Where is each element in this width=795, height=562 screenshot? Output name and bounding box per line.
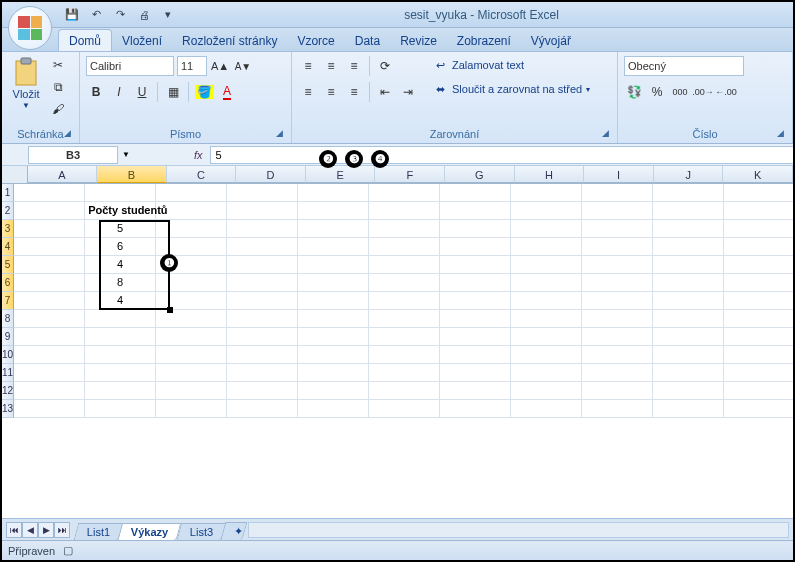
- cell[interactable]: [724, 202, 793, 220]
- macro-record-icon[interactable]: ▢: [63, 544, 73, 557]
- cell[interactable]: [440, 328, 511, 346]
- colhead-j[interactable]: J: [654, 166, 724, 183]
- cell[interactable]: [511, 346, 582, 364]
- cell[interactable]: [582, 364, 653, 382]
- cell[interactable]: [511, 238, 582, 256]
- cell[interactable]: [369, 400, 440, 418]
- cell[interactable]: [653, 292, 724, 310]
- cell[interactable]: [582, 292, 653, 310]
- cell[interactable]: [298, 328, 369, 346]
- sheet-nav-next-icon[interactable]: ▶: [38, 522, 54, 538]
- cell[interactable]: [511, 202, 582, 220]
- worksheet-grid[interactable]: A B C D E F G H I J K 1 2 3 4 5 6 7 8 9 …: [2, 166, 793, 518]
- colhead-i[interactable]: I: [584, 166, 654, 183]
- cell[interactable]: 5: [85, 220, 156, 238]
- cell[interactable]: [298, 220, 369, 238]
- cell[interactable]: [582, 274, 653, 292]
- cell[interactable]: [14, 328, 85, 346]
- font-color-icon[interactable]: A: [217, 82, 237, 102]
- name-box[interactable]: B3: [28, 146, 118, 164]
- rowhead-13[interactable]: 13: [2, 400, 14, 418]
- cell[interactable]: [724, 364, 793, 382]
- cell[interactable]: 4: [85, 292, 156, 310]
- cell[interactable]: [511, 364, 582, 382]
- cell[interactable]: [156, 400, 227, 418]
- cell[interactable]: [298, 310, 369, 328]
- cell[interactable]: [653, 238, 724, 256]
- tab-home[interactable]: Domů: [58, 29, 112, 51]
- cell[interactable]: [156, 274, 227, 292]
- tab-data[interactable]: Data: [345, 30, 390, 51]
- cell[interactable]: [227, 328, 298, 346]
- cell[interactable]: [298, 364, 369, 382]
- cell[interactable]: [511, 184, 582, 202]
- rowhead-12[interactable]: 12: [2, 382, 14, 400]
- cell[interactable]: [14, 184, 85, 202]
- qat-more-icon[interactable]: ▾: [160, 7, 176, 23]
- colhead-f[interactable]: F: [375, 166, 445, 183]
- cell[interactable]: [85, 184, 156, 202]
- cell[interactable]: [653, 256, 724, 274]
- thousands-icon[interactable]: 000: [670, 82, 690, 102]
- cell[interactable]: [440, 382, 511, 400]
- horizontal-scrollbar[interactable]: [248, 522, 789, 538]
- cell[interactable]: [298, 400, 369, 418]
- cell[interactable]: [653, 220, 724, 238]
- cell[interactable]: [227, 400, 298, 418]
- cell[interactable]: [653, 400, 724, 418]
- cell[interactable]: [298, 238, 369, 256]
- align-right-icon[interactable]: ≡: [344, 82, 364, 102]
- cell[interactable]: [156, 292, 227, 310]
- fill-color-icon[interactable]: 🪣: [194, 82, 214, 102]
- cell[interactable]: [14, 364, 85, 382]
- cell[interactable]: [227, 310, 298, 328]
- number-format-select[interactable]: [624, 56, 744, 76]
- cell[interactable]: [369, 184, 440, 202]
- align-middle-icon[interactable]: ≡: [321, 56, 341, 76]
- cell[interactable]: [724, 400, 793, 418]
- rowhead-3[interactable]: 3: [2, 220, 14, 238]
- cell[interactable]: [582, 238, 653, 256]
- cell[interactable]: [227, 346, 298, 364]
- font-launcher-icon[interactable]: ◢: [276, 128, 288, 140]
- cell[interactable]: [369, 274, 440, 292]
- cell[interactable]: [653, 346, 724, 364]
- cell[interactable]: [298, 184, 369, 202]
- cell[interactable]: [14, 238, 85, 256]
- percent-icon[interactable]: %: [647, 82, 667, 102]
- cell[interactable]: [227, 364, 298, 382]
- cell[interactable]: [440, 364, 511, 382]
- sheet-tab-list1[interactable]: List1: [74, 523, 124, 540]
- cell[interactable]: [14, 292, 85, 310]
- sheet-nav-first-icon[interactable]: ⏮: [6, 522, 22, 538]
- cell[interactable]: [724, 328, 793, 346]
- increase-indent-icon[interactable]: ⇥: [398, 82, 418, 102]
- cell[interactable]: [298, 346, 369, 364]
- colhead-d[interactable]: D: [236, 166, 306, 183]
- cell[interactable]: [227, 274, 298, 292]
- tab-view[interactable]: Zobrazení: [447, 30, 521, 51]
- colhead-k[interactable]: K: [723, 166, 793, 183]
- cell[interactable]: [227, 382, 298, 400]
- cell[interactable]: [582, 202, 653, 220]
- rowhead-10[interactable]: 10: [2, 346, 14, 364]
- cell[interactable]: [85, 328, 156, 346]
- orientation-icon[interactable]: ⟳: [375, 56, 395, 76]
- clipboard-launcher-icon[interactable]: ◢: [64, 128, 76, 140]
- cell[interactable]: [511, 274, 582, 292]
- rowhead-2[interactable]: 2: [2, 202, 14, 220]
- rowhead-5[interactable]: 5: [2, 256, 14, 274]
- cell[interactable]: [85, 310, 156, 328]
- tab-developer[interactable]: Vývojář: [521, 30, 581, 51]
- cell[interactable]: Počty studentů: [85, 202, 156, 220]
- cell[interactable]: [653, 364, 724, 382]
- select-all-corner[interactable]: [2, 166, 28, 183]
- cell[interactable]: [14, 202, 85, 220]
- cell[interactable]: [440, 346, 511, 364]
- rowhead-9[interactable]: 9: [2, 328, 14, 346]
- cell[interactable]: [511, 220, 582, 238]
- rowhead-8[interactable]: 8: [2, 310, 14, 328]
- cell[interactable]: [724, 292, 793, 310]
- cell[interactable]: [724, 310, 793, 328]
- decrease-decimal-icon[interactable]: ←.00: [716, 82, 736, 102]
